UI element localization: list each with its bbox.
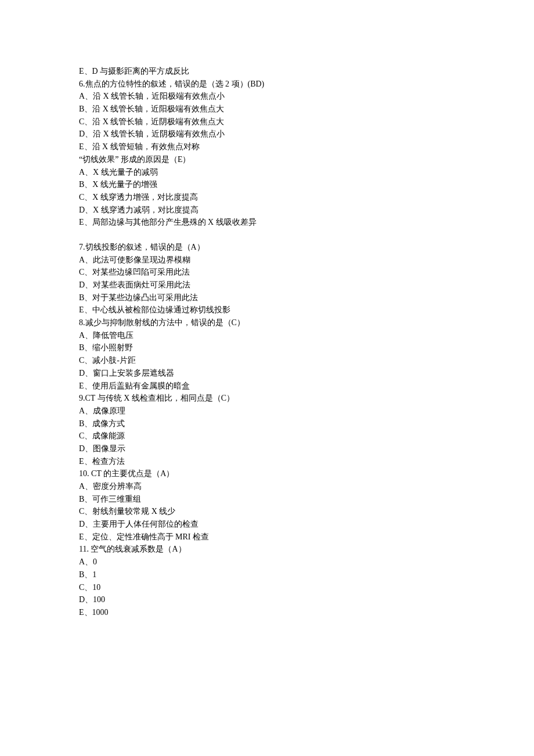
- text-line: D、图像显示: [79, 442, 534, 455]
- text-line: A、成像原理: [79, 405, 534, 417]
- text-line: C、射线剂量较常规 X 线少: [79, 505, 534, 518]
- text-line: B、对于某些边缘凸出可采用此法: [79, 291, 534, 304]
- text-line: E、检查方法: [79, 455, 534, 468]
- text-line: C、成像能源: [79, 430, 534, 442]
- text-line: D、X 线穿透力减弱，对比度提高: [79, 204, 534, 217]
- text-line: E、1000: [79, 606, 534, 619]
- text-line: A、0: [79, 556, 534, 568]
- text-line: E、中心线从被检部位边缘通过称切线投影: [79, 304, 534, 316]
- text-line: B、X 线光量子的增强: [79, 178, 534, 191]
- text-line: B、成像方式: [79, 417, 534, 430]
- text-line: C、沿 X 线管长轴，近阴极端有效焦点大: [79, 116, 534, 128]
- text-line: A、X 线光量子的减弱: [79, 166, 534, 179]
- text-line: A、降低管电压: [79, 329, 534, 342]
- text-line: 7.切线投影的叙述，错误的是（A）: [79, 241, 534, 254]
- text-line: E、使用后盖贴有金属膜的暗盒: [79, 380, 534, 393]
- text-line: D、窗口上安装多层遮线器: [79, 367, 534, 380]
- text-line: D、对某些表面病灶可采用此法: [79, 279, 534, 291]
- text-line: D、100: [79, 593, 534, 606]
- text-line: E、D 与摄影距离的平方成反比: [79, 65, 534, 78]
- text-line: C、减小肢-片距: [79, 354, 534, 367]
- text-line: C、X 线穿透力增强，对比度提高: [79, 191, 534, 204]
- text-line: D、沿 X 线管长轴，近阴极端有效焦点小: [79, 128, 534, 141]
- text-line: B、可作三维重组: [79, 493, 534, 506]
- text-line: E、局部边缘与其他部分产生悬殊的 X 线吸收差异: [79, 216, 534, 229]
- text-line: A、此法可使影像呈现边界模糊: [79, 254, 534, 267]
- blank-line: [79, 229, 534, 241]
- text-line: 8.减少与抑制散射线的方法中，错误的是（C）: [79, 316, 534, 329]
- text-line: C、10: [79, 581, 534, 594]
- text-line: C、对某些边缘凹陷可采用此法: [79, 266, 534, 279]
- text-line: 10. CT 的主要优点是（A）: [79, 467, 534, 480]
- text-line: 11. 空气的线衰减系数是（A）: [79, 543, 534, 556]
- text-line: E、定位、定性准确性高于 MRI 检查: [79, 531, 534, 543]
- text-line: 6.焦点的方位特性的叙述，错误的是（选 2 项）(BD): [79, 78, 534, 91]
- text-line: B、1: [79, 568, 534, 581]
- text-line: B、缩小照射野: [79, 341, 534, 354]
- text-line: D、主要用于人体任何部位的检查: [79, 518, 534, 531]
- text-line: E、沿 X 线管短轴，有效焦点对称: [79, 141, 534, 153]
- text-line: 9.CT 与传统 X 线检查相比，相同点是（C）: [79, 392, 534, 405]
- text-line: “切线效果” 形成的原因是（E）: [79, 153, 534, 166]
- text-line: A、密度分辨率高: [79, 480, 534, 493]
- document-page: E、D 与摄影距离的平方成反比 6.焦点的方位特性的叙述，错误的是（选 2 项）…: [0, 0, 534, 756]
- text-line: A、沿 X 线管长轴，近阳极端有效焦点小: [79, 90, 534, 103]
- text-line: B、沿 X 线管长轴，近阳极端有效焦点大: [79, 103, 534, 116]
